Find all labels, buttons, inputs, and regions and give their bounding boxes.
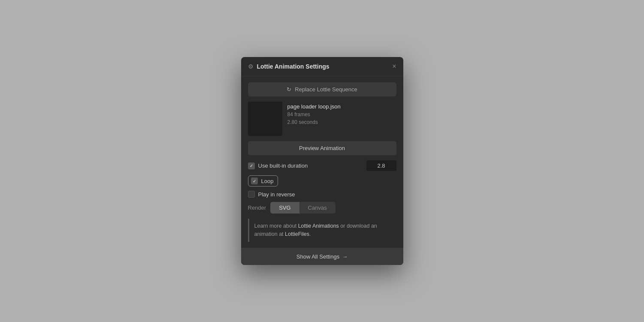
render-label: Render xyxy=(248,205,266,211)
render-row: Render SVG Canvas xyxy=(248,202,396,214)
render-canvas-button[interactable]: Canvas xyxy=(299,202,336,214)
replace-label: Replace Lottie Sequence xyxy=(295,86,357,93)
file-details: page loader loop.json 84 frames 2.80 sec… xyxy=(287,102,341,125)
loop-checkbox[interactable]: ✓ xyxy=(251,178,258,184)
show-all-settings-button[interactable]: Show All Settings → xyxy=(241,248,403,265)
render-svg-button[interactable]: SVG xyxy=(270,202,299,214)
preview-animation-button[interactable]: Preview Animation xyxy=(248,141,396,155)
loop-checkmark-icon: ✓ xyxy=(253,179,256,184)
loop-label: Loop xyxy=(261,178,274,184)
info-text-end: . xyxy=(309,231,311,237)
play-in-reverse-row: Play in reverse xyxy=(248,191,396,198)
lottie-settings-dialog: ⚙ Lottie Animation Settings × ↻ Replace … xyxy=(241,57,403,265)
dialog-body: ↻ Replace Lottie Sequence page loader lo… xyxy=(241,76,403,248)
file-duration: 2.80 seconds xyxy=(287,119,341,125)
loop-highlight: ✓ Loop xyxy=(248,175,278,187)
dialog-header: ⚙ Lottie Animation Settings × xyxy=(241,57,403,76)
play-in-reverse-label: Play in reverse xyxy=(258,191,295,198)
loop-row: ✓ Loop xyxy=(248,175,396,187)
show-all-label: Show All Settings xyxy=(296,253,339,260)
use-built-in-duration-row: ✓ Use built-in duration xyxy=(248,160,396,171)
close-button[interactable]: × xyxy=(392,63,396,70)
dialog-title: Lottie Animation Settings xyxy=(257,63,393,70)
use-built-in-label-group: ✓ Use built-in duration xyxy=(248,163,308,169)
duration-input[interactable] xyxy=(366,160,396,171)
render-options: SVG Canvas xyxy=(270,202,336,214)
lottie-animations-link[interactable]: Lottie Animations xyxy=(298,223,339,229)
use-built-in-duration-checkbox[interactable]: ✓ xyxy=(248,163,255,169)
replace-lottie-button[interactable]: ↻ Replace Lottie Sequence xyxy=(248,82,396,96)
gear-icon: ⚙ xyxy=(248,63,254,70)
arrow-icon: → xyxy=(342,253,348,260)
file-info-row: page loader loop.json 84 frames 2.80 sec… xyxy=(248,102,396,136)
use-built-in-duration-label: Use built-in duration xyxy=(258,163,308,169)
file-thumbnail xyxy=(248,102,282,136)
info-text-before: Learn more about xyxy=(254,223,298,229)
file-name: page loader loop.json xyxy=(287,103,341,110)
settings-section: ✓ Use built-in duration ✓ Loop Play in xyxy=(248,160,396,214)
play-in-reverse-checkbox[interactable] xyxy=(248,191,255,198)
file-frames: 84 frames xyxy=(287,111,341,117)
replace-icon: ↻ xyxy=(287,86,291,93)
lottie-files-link[interactable]: LottieFiles xyxy=(285,231,309,237)
info-box: Learn more about Lottie Animations or do… xyxy=(248,219,396,242)
checkmark-icon: ✓ xyxy=(250,163,253,168)
